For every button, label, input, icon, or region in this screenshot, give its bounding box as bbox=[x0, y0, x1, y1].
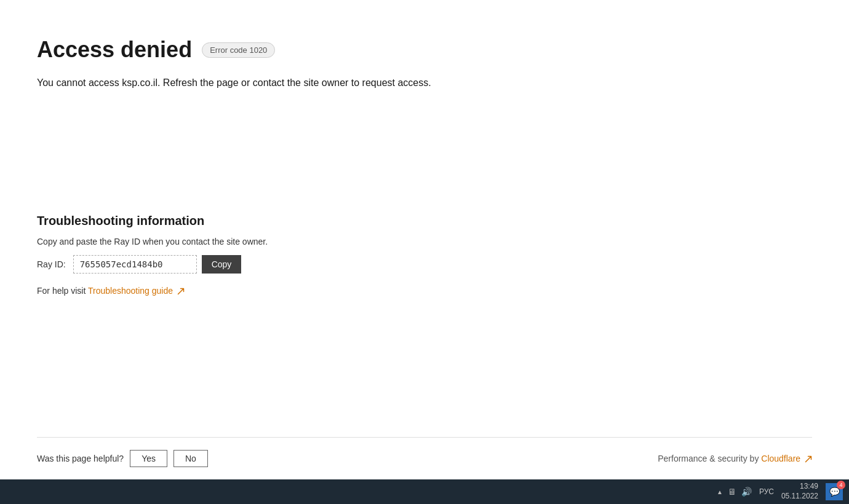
taskbar-volume-icon: 🔊 bbox=[741, 487, 752, 497]
title-row: Access denied Error code 1020 bbox=[37, 37, 517, 63]
helpful-row: Was this page helpful? Yes No bbox=[37, 450, 208, 467]
taskbar-time-value: 13:49 bbox=[781, 482, 818, 492]
taskbar: ▲ 🖥 🔊 РУС 13:49 05.11.2022 💬 4 bbox=[0, 479, 849, 504]
troubleshooting-guide-label: Troubleshooting guide bbox=[88, 286, 173, 296]
help-prefix: For help visit bbox=[37, 286, 88, 296]
page-title: Access denied bbox=[37, 37, 192, 63]
error-badge: Error code 1020 bbox=[202, 42, 275, 58]
copy-button[interactable]: Copy bbox=[202, 255, 242, 274]
troubleshooting-guide-link[interactable]: Troubleshooting guide bbox=[88, 286, 185, 296]
troubleshooting-title: Troubleshooting information bbox=[37, 214, 517, 228]
taskbar-clock: 13:49 05.11.2022 bbox=[781, 482, 818, 501]
footer: Was this page helpful? Yes No Performanc… bbox=[0, 438, 849, 479]
access-denied-description: You cannot access ksp.co.il. Refresh the… bbox=[37, 75, 517, 91]
external-link-icon bbox=[177, 288, 185, 295]
help-text: For help visit Troubleshooting guide bbox=[37, 286, 517, 296]
helpful-label: Was this page helpful? bbox=[37, 454, 124, 463]
cloudflare-link[interactable]: Cloudflare bbox=[761, 454, 812, 463]
taskbar-chat-button[interactable]: 💬 4 bbox=[826, 483, 843, 500]
no-button[interactable]: No bbox=[173, 450, 208, 467]
ray-id-label: Ray ID: bbox=[37, 259, 66, 269]
troubleshooting-instruction: Copy and paste the Ray ID when you conta… bbox=[37, 237, 517, 246]
ray-id-row: Ray ID: Copy bbox=[37, 255, 517, 274]
cloudflare-attribution: Performance & security by Cloudflare bbox=[658, 454, 812, 463]
cloudflare-external-link-icon bbox=[805, 455, 812, 463]
troubleshooting-section: Troubleshooting information Copy and pas… bbox=[37, 214, 517, 296]
chat-badge: 4 bbox=[837, 481, 845, 489]
cloudflare-label: Cloudflare bbox=[761, 454, 800, 463]
page-content: Access denied Error code 1020 You cannot… bbox=[0, 0, 554, 437]
taskbar-date-value: 05.11.2022 bbox=[781, 492, 818, 502]
expand-tray-icon[interactable]: ▲ bbox=[717, 489, 723, 495]
taskbar-network-icon: 🖥 bbox=[728, 487, 736, 497]
ray-id-input[interactable] bbox=[73, 255, 197, 274]
yes-button[interactable]: Yes bbox=[130, 450, 167, 467]
performance-text: Performance & security by bbox=[658, 454, 761, 463]
taskbar-system-icons: ▲ 🖥 🔊 bbox=[717, 487, 752, 497]
taskbar-language[interactable]: РУС bbox=[759, 487, 774, 496]
